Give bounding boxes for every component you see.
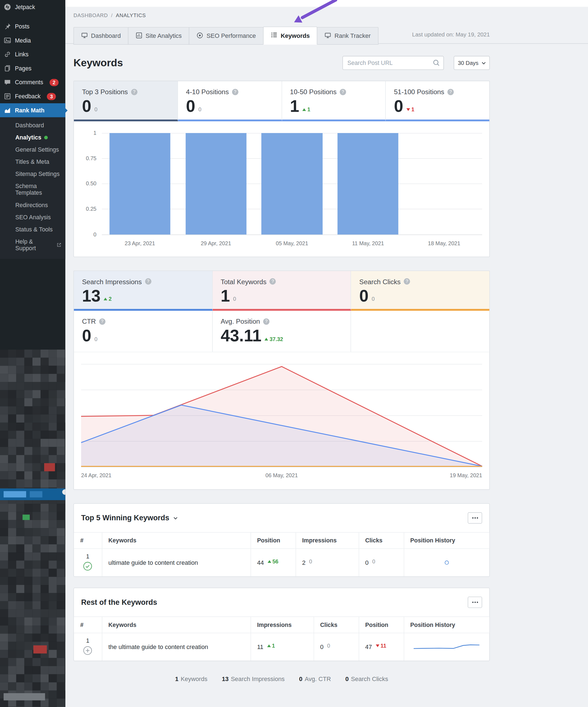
blurred-block bbox=[0, 666, 8, 674]
clicks-value: 0 bbox=[320, 644, 323, 650]
more-options-button[interactable] bbox=[468, 597, 482, 608]
sidebar-item-media[interactable]: Media bbox=[0, 33, 65, 47]
submenu-item-analytics[interactable]: Analytics bbox=[0, 131, 65, 143]
blurred-block bbox=[41, 406, 48, 414]
date-range-select[interactable]: 30 Days bbox=[454, 56, 490, 70]
help-icon[interactable] bbox=[263, 318, 269, 325]
help-icon[interactable] bbox=[99, 318, 105, 325]
blurred-block bbox=[8, 390, 16, 398]
page-title: Keywords bbox=[73, 57, 342, 69]
tab-site-analytics[interactable]: Site Analytics bbox=[128, 27, 190, 45]
search-icon[interactable] bbox=[433, 59, 440, 67]
help-icon[interactable] bbox=[145, 278, 151, 285]
stat-card-ctr[interactable]: CTR 00 bbox=[74, 311, 213, 352]
column-header[interactable]: Clicks bbox=[314, 617, 359, 633]
column-header[interactable]: Position History bbox=[404, 617, 489, 633]
column-header[interactable]: Keywords bbox=[102, 617, 251, 633]
blurred-block bbox=[41, 593, 48, 601]
stat-card-search-clicks[interactable]: Search Clicks 00 bbox=[351, 271, 489, 311]
help-icon[interactable] bbox=[131, 89, 137, 95]
column-header[interactable]: Position bbox=[359, 617, 404, 633]
stat-card-51-100-positions[interactable]: 51-100 Positions 01 bbox=[386, 81, 489, 121]
stat-card-10-50-positions[interactable]: 10-50 Positions 11 bbox=[282, 81, 386, 121]
column-header[interactable]: Position History bbox=[404, 533, 489, 549]
sidebar-item-comments[interactable]: Comments 2 bbox=[0, 75, 65, 90]
breadcrumb-dashboard[interactable]: DASHBOARD bbox=[73, 13, 108, 18]
plus-circle-icon[interactable] bbox=[83, 650, 93, 656]
column-header[interactable]: Impressions bbox=[251, 617, 314, 633]
blurred-block bbox=[65, 382, 65, 390]
blurred-block bbox=[24, 593, 32, 601]
help-icon[interactable] bbox=[269, 278, 276, 285]
impressions-delta: 0 bbox=[309, 559, 312, 565]
page: Jetpack Posts Media Links Pages Comments… bbox=[0, 0, 588, 707]
help-icon[interactable] bbox=[232, 89, 238, 95]
blurred-block bbox=[24, 374, 32, 382]
more-options-button[interactable] bbox=[468, 512, 482, 524]
submenu-item-status-tools[interactable]: Status & Tools bbox=[0, 223, 65, 235]
blurred-block bbox=[48, 617, 57, 626]
blurred-block bbox=[57, 577, 65, 585]
sidebar-item-links[interactable]: Links bbox=[0, 47, 65, 61]
submenu-item-sitemap-settings[interactable]: Sitemap Settings bbox=[0, 168, 65, 180]
blurred-block bbox=[0, 374, 8, 382]
stat-card-total-keywords[interactable]: Total Keywords 10 bbox=[213, 271, 351, 311]
column-header[interactable]: # bbox=[74, 617, 102, 633]
submenu-item-general-settings[interactable]: General Settings bbox=[0, 143, 65, 156]
sidebar-item-posts[interactable]: Posts bbox=[0, 19, 65, 33]
blurred-block bbox=[24, 463, 32, 471]
submenu-item-redirections[interactable]: Redirections bbox=[0, 199, 65, 211]
table-row[interactable]: 1 ultimate guide to content creation 445… bbox=[74, 549, 489, 576]
blurred-block bbox=[30, 491, 42, 497]
keyword-text[interactable]: ultimate guide to content creation bbox=[102, 549, 251, 576]
sidebar-item-pages[interactable]: Pages bbox=[0, 61, 65, 75]
blurred-block bbox=[0, 479, 8, 487]
column-header[interactable]: Clicks bbox=[359, 533, 404, 549]
blurred-block bbox=[0, 463, 8, 471]
column-header[interactable]: Impressions bbox=[296, 533, 359, 549]
sidebar-item-rank-math[interactable]: Rank Math bbox=[0, 103, 65, 117]
column-header[interactable]: Position bbox=[251, 533, 296, 549]
blurred-block bbox=[8, 414, 16, 423]
table-row[interactable]: 1 the ultimate guide to content creation… bbox=[74, 633, 489, 661]
blurred-block bbox=[8, 544, 16, 552]
tab-dashboard[interactable]: Dashboard bbox=[73, 27, 128, 45]
tab-keywords[interactable]: Keywords bbox=[263, 27, 317, 44]
blurred-block bbox=[4, 693, 45, 700]
blurred-block bbox=[48, 447, 57, 455]
summary-stat: 0Search Clicks bbox=[345, 676, 388, 682]
blurred-block bbox=[33, 666, 41, 674]
search-input[interactable] bbox=[342, 56, 444, 70]
submenu-item-dashboard[interactable]: Dashboard bbox=[0, 119, 65, 131]
stat-card-top-3-positions[interactable]: Top 3 Positions 00 bbox=[74, 81, 178, 121]
stat-card-search-impressions[interactable]: Search Impressions 132 bbox=[74, 271, 213, 311]
submenu-item-seo-analysis[interactable]: SEO Analysis bbox=[0, 211, 65, 223]
blurred-block bbox=[16, 552, 24, 560]
blurred-block bbox=[41, 374, 48, 382]
tab-seo-performance[interactable]: SEO Performance bbox=[189, 27, 263, 45]
blurred-block bbox=[8, 601, 16, 609]
bar-slot bbox=[254, 133, 330, 234]
sidebar-item-jetpack[interactable]: Jetpack bbox=[0, 0, 65, 14]
help-icon[interactable] bbox=[404, 278, 410, 285]
chevron-down-icon[interactable] bbox=[173, 517, 177, 519]
column-header[interactable]: Keywords bbox=[102, 533, 251, 549]
column-header[interactable]: # bbox=[74, 533, 102, 549]
blurred-block bbox=[57, 569, 65, 577]
blurred-block bbox=[57, 358, 65, 366]
help-icon[interactable] bbox=[340, 89, 346, 95]
help-icon[interactable] bbox=[447, 89, 454, 95]
tab-rank-tracker[interactable]: Rank Tracker bbox=[317, 27, 378, 45]
submenu-item-schema-templates[interactable]: Schema Templates bbox=[0, 180, 65, 199]
stat-card-4-10-positions[interactable]: 4-10 Positions 00 bbox=[178, 81, 282, 121]
keyword-text[interactable]: the ultimate guide to content creation bbox=[102, 633, 251, 661]
blurred-block bbox=[57, 593, 65, 601]
blurred-block bbox=[33, 463, 41, 471]
stat-card-avg-position[interactable]: Avg. Position 43.1137.32 bbox=[213, 311, 351, 352]
blurred-block bbox=[0, 414, 8, 423]
submenu-item-titles-meta[interactable]: Titles & Meta bbox=[0, 156, 65, 168]
bar bbox=[185, 133, 247, 234]
submenu-item-help-support[interactable]: Help & Support bbox=[0, 235, 65, 255]
sidebar-item-feedback[interactable]: Feedback 3 bbox=[0, 89, 65, 103]
blurred-block bbox=[33, 658, 41, 666]
